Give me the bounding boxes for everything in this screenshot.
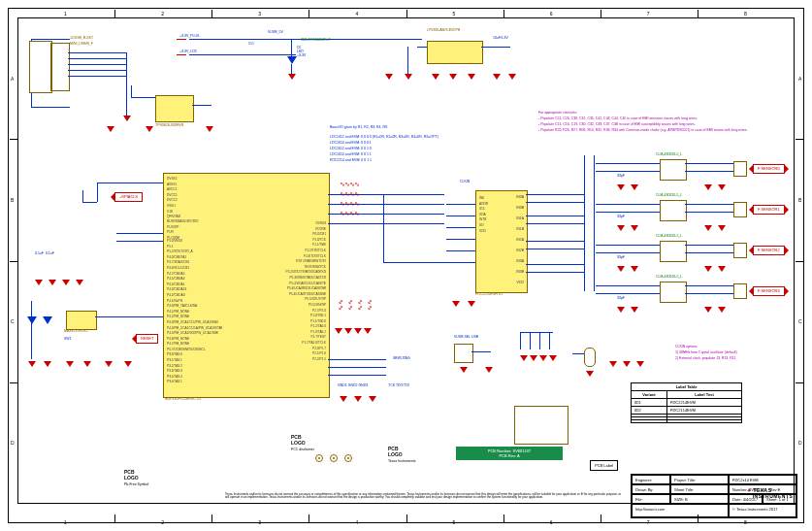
- tb-addr: © Texas Instruments 2017: [729, 504, 796, 517]
- res-icon: ∿∿∿∿: [340, 181, 359, 188]
- gnd-icon: [354, 396, 362, 402]
- sensor-conn: [733, 202, 747, 217]
- gnd-icon: [354, 328, 362, 334]
- label-table-title: Label Table: [632, 383, 742, 391]
- trafo-ref: CLM-430610-5_L: [656, 153, 682, 157]
- gnd-icon: [539, 355, 547, 361]
- cap-row: 0.1uF 0.1uF: [35, 252, 54, 256]
- gnd-icon: [206, 126, 213, 132]
- table-cell: 001: [632, 399, 667, 407]
- label-table-h2: Label Text: [667, 391, 742, 399]
- ruler-col: 4: [355, 11, 358, 17]
- ruler-col: 4: [355, 519, 358, 525]
- mag-c: - Populate R20, R26, R27, R06, R14, R32,…: [538, 129, 781, 133]
- cap-value: 33pF: [617, 175, 625, 179]
- reg1-ref: TPS3828-33DBVR: [155, 124, 183, 128]
- ruler-row: A: [11, 76, 14, 82]
- res-icon: ∿∿: [366, 299, 374, 311]
- ruler-col: 6: [550, 519, 553, 525]
- pin-label: PU.1/DM: [167, 236, 198, 242]
- fiducial-icon: [315, 454, 323, 462]
- gnd-icon: [460, 367, 468, 373]
- tb-file: File:: [632, 494, 670, 504]
- pin-label: IN1A: [504, 214, 524, 224]
- ruler-row: B: [11, 197, 14, 203]
- gnd-icon: [636, 361, 644, 367]
- cap-value: 33pF: [617, 216, 625, 219]
- clkin-b: 2) External clock; populate J3, R13, R11: [675, 357, 736, 361]
- note-boardid: Board ID given by R1, R2, R3, R4, RS: [330, 126, 387, 130]
- pcb-label-box: PCB Label: [590, 460, 618, 471]
- pin-label: IN2A: [504, 235, 524, 246]
- gnd-icon: [432, 74, 439, 80]
- tb-contact: http://www.ti.com: [632, 504, 729, 517]
- pin-label: P2.2/P1.5: [252, 357, 326, 363]
- gnd-icon: [468, 74, 475, 80]
- pcb-logo-1: PCB LOGO: [124, 470, 139, 481]
- flag-spiaclk: +SPIACLK: [114, 192, 143, 202]
- trafo-ref: CLM-430610-5_L: [656, 276, 682, 280]
- usb-conn-ref: J2/USB_B-SKT: [70, 37, 93, 41]
- note-l3: LDC1612 and EVM: 0 0 1 0: [330, 148, 372, 151]
- gnd-icon: [405, 74, 412, 80]
- clkin-h: CLKIN options: [675, 346, 698, 349]
- gnd-icon: [28, 361, 36, 367]
- gnd-icon: [452, 301, 460, 307]
- pcb-logo-3-sub: Texas Instruments: [388, 460, 415, 464]
- pcb-rev: PCB Rev: A: [461, 453, 558, 458]
- gnd-icon: [449, 74, 457, 80]
- ruler-col: 5: [453, 519, 456, 525]
- gnd-icon: [123, 116, 131, 121]
- header-icon: [514, 406, 568, 445]
- gnd-icon: [44, 361, 51, 367]
- transformer-icon: [660, 241, 687, 262]
- pcb-logo-2: PCB LOGO: [291, 435, 306, 446]
- pcb-logo-3: PCB LOGO: [388, 447, 403, 457]
- ruler-col: 8: [744, 11, 747, 17]
- mcu-ref: MSP430F5528IRGC U2: [165, 398, 202, 402]
- note-l4: LDC1614 and EVM: 0 0 1 1: [330, 153, 372, 157]
- tb-size: SIZE: B: [670, 494, 729, 504]
- gnd-icon: [107, 126, 114, 132]
- gnd-icon: [468, 301, 475, 307]
- ruler-col: 3: [258, 11, 261, 17]
- pin-label: IN3A: [504, 256, 524, 267]
- tb-proj: Project Title:: [670, 475, 729, 484]
- gnd-icon: [124, 361, 132, 367]
- cap-value: 33pF: [617, 297, 625, 301]
- ti-logo: ✦ TEXAS INSTRUMENTS: [747, 487, 793, 499]
- pcb-logo-2-sub: FCC disclaimer: [291, 448, 314, 452]
- disclaimer: Texas Instruments and/or its licensors d…: [225, 493, 623, 500]
- table-cell: FDC2114EVM: [667, 407, 742, 415]
- gnd-icon: [340, 396, 347, 402]
- ruler-col: 6: [550, 11, 553, 17]
- ruler-row: C: [11, 318, 15, 324]
- transformer-icon: [660, 159, 687, 181]
- gnd-icon: [288, 74, 296, 80]
- flag-sensor: F SENSOR1: [753, 205, 785, 215]
- tb-projv: FDC2x14 EVM: [729, 475, 796, 484]
- trafo-ref: CLM-430610-5_L: [656, 235, 682, 239]
- label-table-h1: Variant: [632, 391, 667, 399]
- usb-conn-type: MINI_USB/B_F: [70, 43, 93, 47]
- tb-eng: Engineer:: [632, 475, 670, 484]
- ruler-col: 7: [647, 519, 650, 525]
- label-table: Label Table Variant Label Text 001FDC221…: [631, 382, 742, 423]
- pin-label: IN0A: [504, 192, 524, 203]
- gnd-icon: [609, 361, 617, 367]
- table-cell: [667, 420, 742, 423]
- flag-sensor: F SENSOR0: [753, 164, 785, 174]
- ldc-clkin: CLKIN: [460, 181, 470, 184]
- gnd-icon: [385, 74, 393, 80]
- res-icon: ∿∿: [356, 299, 364, 311]
- gnd-icon: [520, 355, 528, 361]
- table-cell: FDC2214EVM: [667, 399, 742, 407]
- pin-label: VDD: [479, 229, 488, 235]
- res-icon: ∿∿∿∿: [340, 210, 359, 217]
- gnd-icon: [530, 355, 537, 361]
- ruler-col: 3: [258, 519, 261, 525]
- ruler-col: 2: [161, 11, 164, 17]
- led-icon: [43, 316, 52, 324]
- gnd-icon: [76, 280, 83, 285]
- net-vbus5v: VUSB_5V: [268, 31, 283, 35]
